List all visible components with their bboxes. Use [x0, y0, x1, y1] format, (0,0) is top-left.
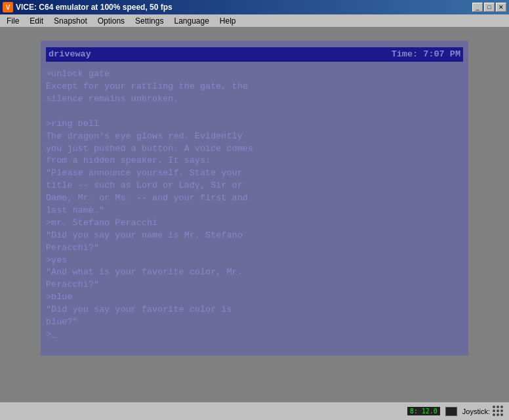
menu-file[interactable]: File — [3, 15, 23, 27]
speed-value: 8: 12.0 — [407, 407, 440, 415]
location-label: driveway — [49, 49, 91, 60]
menu-help[interactable]: Help — [216, 15, 240, 27]
joystick-area: Joystick: — [462, 406, 504, 417]
menu-bar: File Edit Snapshot Options Settings Lang… — [0, 14, 509, 28]
dot-2 — [497, 406, 499, 408]
menu-edit[interactable]: Edit — [26, 15, 47, 27]
status-bar: 8: 12.0 Joystick: — [0, 402, 509, 420]
dot-4 — [493, 410, 495, 412]
menu-settings[interactable]: Settings — [131, 15, 167, 27]
title-bar: V VICE: C64 emulator at 100% speed, 50 f… — [0, 0, 509, 14]
menu-language[interactable]: Language — [170, 15, 213, 27]
main-area: driveway Time: 7:07 PM >unlock gate Exce… — [0, 28, 509, 402]
window-title: VICE: C64 emulator at 100% speed, 50 fps — [16, 3, 173, 12]
dot-3 — [500, 406, 503, 408]
time-label: Time: 7:07 PM — [392, 49, 460, 60]
speed-display: 8: 12.0 — [407, 407, 440, 415]
close-button[interactable]: ✕ — [496, 3, 506, 12]
title-bar-left: V VICE: C64 emulator at 100% speed, 50 f… — [3, 2, 173, 12]
app-icon: V — [3, 2, 13, 12]
c64-header: driveway Time: 7:07 PM — [46, 47, 463, 62]
joystick-label: Joystick: — [462, 408, 490, 415]
c64-screen[interactable]: driveway Time: 7:07 PM >unlock gate Exce… — [41, 41, 468, 356]
menu-options[interactable]: Options — [94, 15, 129, 27]
dot-6 — [500, 410, 503, 412]
c64-content[interactable]: >unlock gate Except for your rattling th… — [46, 68, 463, 341]
window-controls: _ □ ✕ — [472, 3, 506, 12]
dot-5 — [497, 410, 499, 412]
drive-light — [445, 407, 457, 416]
dot-1 — [493, 406, 495, 408]
drive-indicator — [445, 407, 457, 416]
minimize-button[interactable]: _ — [472, 3, 483, 12]
maximize-button[interactable]: □ — [484, 3, 495, 12]
dot-8 — [497, 413, 499, 416]
dot-9 — [500, 413, 503, 416]
dot-7 — [493, 413, 495, 416]
joystick-dots — [493, 406, 504, 417]
menu-snapshot[interactable]: Snapshot — [50, 15, 91, 27]
